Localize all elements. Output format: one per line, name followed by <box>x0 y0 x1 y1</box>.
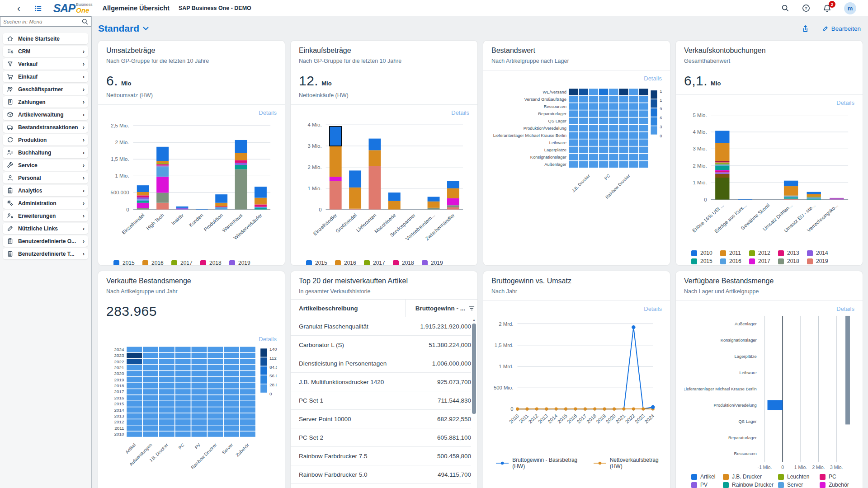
sidebar-item-zahlungen[interactable]: $Zahlungen› <box>3 96 88 108</box>
sidebar-item-n-tzliche-links[interactable]: Nützliche Links› <box>3 223 88 234</box>
table-row[interactable]: Dienstleistung in Personentagen1.006.000… <box>291 354 471 373</box>
table-row[interactable]: Carbonator L (S)51.380.224,000 <box>291 336 471 354</box>
chevron-right-icon: › <box>83 86 85 93</box>
sidebar-item-label: Nützliche Links <box>18 225 58 232</box>
details-link[interactable]: Details <box>299 109 469 116</box>
legend-item[interactable]: Server <box>778 482 820 488</box>
sidebar-item-meine-startseite[interactable]: Meine Startseite <box>3 33 88 44</box>
table-row[interactable]: Rainbow Farbdrucker 7.5500.459,800 <box>291 447 471 465</box>
card-subtitle: Nach Jahr <box>491 288 662 295</box>
sidebar-item-bestandstransaktionen[interactable]: Bestandstransaktionen› <box>3 122 88 133</box>
back-icon[interactable]: ‹ <box>17 4 20 13</box>
svg-text:2 Mio.: 2 Mio. <box>693 163 707 169</box>
avatar[interactable]: m <box>844 2 856 14</box>
sidebar-item-analytics[interactable]: Analytics› <box>3 185 88 196</box>
table-row[interactable]: J.B. Multifunktionsdrucker 1420925.073,7… <box>291 373 471 391</box>
sidebar-item-verkauf[interactable]: Verkauf› <box>3 58 88 70</box>
table-row[interactable]: Granulat Flaschenqualität1.915.231.920,0… <box>291 317 471 336</box>
legend-item[interactable]: 2010 <box>691 250 720 256</box>
legend-item[interactable]: 2018 <box>778 258 807 264</box>
table-row[interactable]: PC Set 1711.544,830 <box>291 391 471 410</box>
legend-item[interactable]: 2019 <box>422 260 451 265</box>
svg-text:Artikel: Artikel <box>124 442 137 455</box>
details-link[interactable]: Details <box>684 305 854 312</box>
sidebar-item-einkauf[interactable]: Einkauf› <box>3 71 88 82</box>
sidebar-item-crm[interactable]: $CRM› <box>3 46 88 57</box>
details-link[interactable]: Details <box>106 109 277 116</box>
details-link[interactable]: Details <box>491 305 662 312</box>
sidebar-item-produktion[interactable]: Produktion› <box>3 134 88 145</box>
svg-text:0: 0 <box>781 465 784 470</box>
legend-item[interactable]: PC <box>820 474 848 480</box>
legend-item[interactable]: Bruttogewinn - Basisbetrag (HW) <box>496 457 578 469</box>
sidebar-item-benutzerdefinierte-t[interactable]: Benutzerdefinierte T...› <box>3 248 88 259</box>
table-row[interactable]: PC Set 2605.881,100 <box>291 428 471 447</box>
scrollbar-thumb[interactable] <box>472 324 476 414</box>
legend-item[interactable]: 2016 <box>720 258 749 264</box>
notifications-bell-icon[interactable]: 2 <box>823 4 831 13</box>
table-row[interactable]: Server Point 10000682.922,550 <box>291 410 471 428</box>
svg-text:640.000: 640.000 <box>660 115 662 120</box>
details-link[interactable]: Details <box>491 75 662 82</box>
legend-item[interactable]: J.B. Drucker <box>723 474 778 480</box>
legend-item[interactable]: 2012 <box>749 250 778 256</box>
legend-item[interactable]: 2019 <box>807 258 836 264</box>
help-icon[interactable]: ? <box>802 4 810 12</box>
svg-text:Kunden: Kunden <box>188 212 204 228</box>
sidebar-item-service[interactable]: Service› <box>3 160 88 171</box>
svg-text:2017: 2017 <box>114 389 124 394</box>
legend-item[interactable]: 2014 <box>807 250 836 256</box>
sidebar-item-artikelverwaltung[interactable]: Artikelverwaltung› <box>3 109 88 120</box>
column-header-artikelbeschreibung[interactable]: Artikelbeschreibung <box>299 305 405 312</box>
edit-button[interactable]: Bearbeiten <box>822 25 861 32</box>
legend-item[interactable]: 2017 <box>364 260 393 265</box>
share-button[interactable] <box>802 25 809 33</box>
sidebar-item-gesch-ftspartner[interactable]: Geschäftspartner› <box>3 84 88 95</box>
search-icon[interactable] <box>781 4 789 12</box>
legend-item[interactable]: 2013 <box>778 250 807 256</box>
svg-text:Außenlager: Außenlager <box>735 321 757 326</box>
details-link[interactable]: Details <box>106 336 277 343</box>
legend-item[interactable]: 2019 <box>229 260 258 265</box>
svg-text:2011: 2011 <box>518 413 529 424</box>
menu-list-icon[interactable] <box>34 4 42 13</box>
legend-item[interactable]: 2017 <box>171 260 200 265</box>
legend-item[interactable]: Artikel <box>691 474 723 480</box>
legend-item[interactable]: 2016 <box>142 260 171 265</box>
sidebar-item-administration[interactable]: Administration› <box>3 197 88 209</box>
bruttogewinn-value: 925.073,700 <box>403 379 471 385</box>
svg-text:84.000: 84.000 <box>269 365 277 370</box>
legend-item[interactable]: Leuchten <box>778 474 820 480</box>
legend-item[interactable]: 2017 <box>749 258 778 264</box>
chevron-right-icon: › <box>83 225 85 232</box>
sidebar-item-personal[interactable]: Personal› <box>3 172 88 183</box>
chevron-right-icon: › <box>83 162 85 169</box>
view-selector[interactable]: Standard <box>98 23 149 34</box>
menu-search-input[interactable] <box>0 19 81 24</box>
filter-icon[interactable] <box>469 306 475 311</box>
search-icon[interactable] <box>81 18 89 25</box>
sidebar-item-benutzerdefinierte-o[interactable]: Benutzerdefinierte O...› <box>3 235 88 247</box>
sidebar-item-buchhaltung[interactable]: Buchhaltung› <box>3 147 88 158</box>
legend-item[interactable]: 2016 <box>335 260 364 265</box>
legend-item[interactable]: 2015 <box>306 260 335 265</box>
stock-truck-icon <box>7 124 14 131</box>
topbar: ‹ SAP Business One Allgemeine Übersicht … <box>0 0 868 16</box>
legend-item[interactable]: 2018 <box>393 260 422 265</box>
table-row[interactable]: Rainbow Farbdrucker 5.0494.115,700 <box>291 465 471 484</box>
legend-item[interactable]: Rainbow Drucker <box>723 482 778 488</box>
legend-item[interactable]: 2015 <box>113 260 142 265</box>
column-header-bruttogewinn[interactable]: Bruttogewinn - ... <box>405 300 477 317</box>
scroll-up-icon[interactable]: ▲ <box>472 318 476 323</box>
table-scrollbar[interactable]: ▲ <box>472 318 476 488</box>
chart-legend: 2015201620172018201920202021202220232024 <box>306 260 469 265</box>
legend-item[interactable]: PV <box>691 482 723 488</box>
details-link[interactable]: Details <box>684 99 854 106</box>
legend-item[interactable]: 2011 <box>720 250 749 256</box>
sidebar-item-erweiterungen[interactable]: Erweiterungen› <box>3 210 88 221</box>
legend-item[interactable]: 2015 <box>691 258 720 264</box>
table-row[interactable]: J.B. Multifunktionsdrucker 1186446.348,6… <box>291 484 471 488</box>
legend-item[interactable]: Zubehör <box>820 482 848 488</box>
legend-item[interactable]: Nettoverkaufsbetrag (HW) <box>594 457 662 469</box>
legend-item[interactable]: 2018 <box>200 260 229 265</box>
